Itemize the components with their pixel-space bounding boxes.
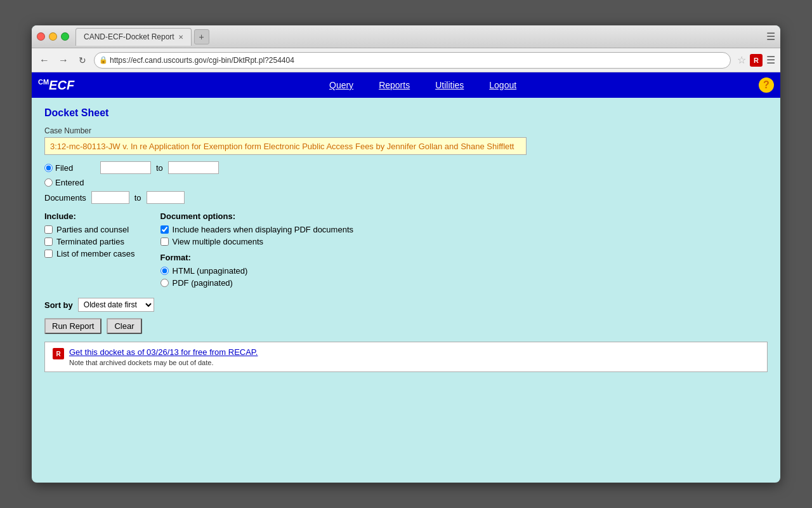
tab-label: CAND-ECF-Docket Report [84,32,174,41]
logout-link[interactable]: Logout [489,80,516,90]
documents-row: Documents to [44,191,768,204]
view-multiple-label[interactable]: View multiple documents [160,237,353,246]
case-number-section: Case Number [44,126,768,155]
page-content: Docket Sheet Case Number Filed to [32,98,780,382]
pdf-format-label[interactable]: PDF (paginated) [160,278,353,288]
sort-row: Sort by Oldest date first Newest date fi… [44,298,768,312]
filed-to-date[interactable] [168,161,219,174]
button-row: Run Report Clear [44,318,768,334]
sort-label: Sort by [44,300,73,310]
filed-from-date[interactable] [100,161,151,174]
html-format-radio[interactable] [160,267,169,275]
browser-menu-icon[interactable]: ☰ [766,54,775,66]
recap-r-icon: R [53,348,64,359]
member-cases-label[interactable]: List of member cases [44,249,135,258]
window-controls [37,32,69,41]
filed-radio-label[interactable]: Filed [44,163,95,173]
lock-icon: 🔒 [99,56,108,64]
terminated-parties-label[interactable]: Terminated parties [44,237,135,246]
member-cases-checkbox[interactable] [44,250,53,258]
window-menu-icon[interactable]: ☰ [766,30,775,43]
recap-link[interactable]: Get this docket as of 03/26/13 for free … [69,347,258,357]
nav-links: Query Reports Utilities Logout [87,80,759,90]
include-headers-checkbox[interactable] [160,225,169,234]
recap-row: R Get this docket as of 03/26/13 for fre… [53,347,759,366]
browser-window: CAND-ECF-Docket Report ✕ + ☰ ← → ↻ 🔒 ☆ R… [32,25,780,483]
case-number-label: Case Number [44,126,768,135]
case-number-input[interactable] [44,137,527,155]
entered-row: Entered [44,178,768,187]
recap-badge[interactable]: R [750,54,763,67]
tab-bar: CAND-ECF-Docket Report ✕ + [75,28,766,46]
query-link[interactable]: Query [329,80,353,90]
entered-radio[interactable] [44,178,53,187]
page-title: Docket Sheet [44,107,768,119]
active-tab[interactable]: CAND-ECF-Docket Report ✕ [75,28,192,46]
run-report-button[interactable]: Run Report [44,318,102,334]
tab-close-icon[interactable]: ✕ [178,34,183,41]
include-title: Include: [44,211,135,221]
format-title: Format: [160,253,353,262]
sort-select[interactable]: Oldest date first Newest date first [78,298,154,312]
ecf-navbar: CMECF Query Reports Utilities Logout ? [32,72,780,98]
form-container: Case Number Filed to Entere [44,126,768,372]
filed-row: Filed to [44,161,768,174]
help-button[interactable]: ? [759,77,774,93]
view-multiple-checkbox[interactable] [160,237,169,246]
options-row: Include: Parties and counsel Terminated … [44,211,768,290]
documents-to-label: to [134,193,141,203]
doc-options-section: Document options: Include headers when d… [160,211,353,290]
documents-label: Documents [44,193,86,203]
bookmark-icon[interactable]: ☆ [737,54,746,66]
filed-radio[interactable] [44,164,53,172]
parties-counsel-checkbox[interactable] [44,225,53,234]
title-bar: CAND-ECF-Docket Report ✕ + ☰ [32,25,780,48]
maximize-button[interactable] [61,32,69,41]
forward-button[interactable]: → [56,53,71,68]
terminated-parties-checkbox[interactable] [44,237,53,246]
refresh-button[interactable]: ↻ [75,53,90,68]
back-button[interactable]: ← [37,53,52,68]
recap-content: Get this docket as of 03/26/13 for free … [69,347,258,366]
url-input[interactable] [94,52,731,69]
parties-counsel-label[interactable]: Parties and counsel [44,225,135,234]
minimize-button[interactable] [49,32,57,41]
recap-box: R Get this docket as of 03/26/13 for fre… [44,342,768,372]
new-tab-button[interactable]: + [194,29,209,44]
pdf-format-radio[interactable] [160,279,169,287]
doc-options-title: Document options: [160,211,353,221]
entered-radio-label[interactable]: Entered [44,178,95,187]
close-button[interactable] [37,32,45,41]
include-headers-label[interactable]: Include headers when displaying PDF docu… [160,225,353,234]
documents-to-input[interactable] [147,191,185,204]
html-format-label[interactable]: HTML (unpaginated) [160,266,353,276]
documents-from-input[interactable] [91,191,129,204]
recap-note: Note that archived dockets may be out of… [69,359,258,366]
utilities-link[interactable]: Utilities [435,80,464,90]
url-bar-container: 🔒 [94,52,731,69]
clear-button[interactable]: Clear [107,318,141,334]
reports-link[interactable]: Reports [379,80,410,90]
include-section: Include: Parties and counsel Terminated … [44,211,135,290]
filed-to-label: to [156,163,163,173]
address-bar: ← → ↻ 🔒 ☆ R ☰ [32,48,780,72]
ecf-logo: CMECF [38,78,74,93]
